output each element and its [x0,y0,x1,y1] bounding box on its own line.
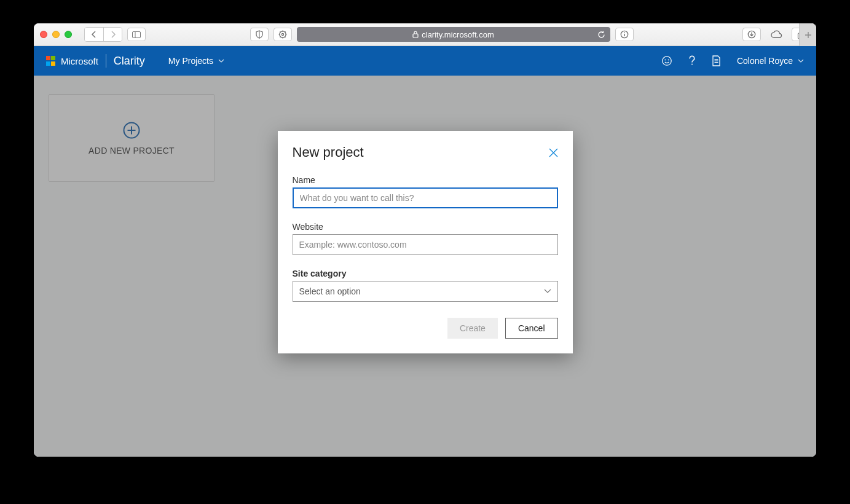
header-right: Colonel Royce [661,55,804,66]
feedback-button[interactable] [661,55,672,66]
close-icon [549,148,558,157]
history-nav [84,27,122,42]
svg-point-19 [664,60,666,61]
name-label: Name [293,175,558,185]
app-header: Microsoft Clarity My Projects Colonel Ro… [34,46,816,76]
svg-rect-15 [624,34,624,36]
cloud-icon [770,30,782,39]
privacy-report-button[interactable] [615,28,634,41]
brand-product: Clarity [114,55,145,68]
address-toolbar: clarity.microsoft.com [151,27,733,42]
name-field: Name [293,175,558,208]
url-text: clarity.microsoft.com [422,30,494,39]
shield-icon [255,30,264,39]
question-icon [688,55,696,66]
nav-label: My Projects [168,56,213,66]
address-bar[interactable]: clarity.microsoft.com [297,27,610,42]
svg-point-14 [624,32,625,33]
gear-icon [278,30,287,39]
modal-header: New project [293,144,558,160]
brand-company: Microsoft [61,56,98,66]
brand[interactable]: Microsoft Clarity [46,54,145,68]
info-icon [620,30,629,39]
svg-point-21 [691,64,693,65]
microsoft-logo-icon [46,56,56,66]
document-icon [712,55,721,66]
download-icon [747,30,756,39]
sidebar-icon [132,31,141,38]
docs-button[interactable] [712,55,721,66]
chevron-right-icon [110,31,116,38]
cancel-button[interactable]: Cancel [505,318,558,339]
brand-separator [106,54,106,68]
forward-button[interactable] [103,28,122,41]
smiley-icon [661,55,672,66]
website-input[interactable] [293,234,558,255]
website-field: Website [293,222,558,255]
chevron-down-icon [798,59,804,63]
reload-icon[interactable] [597,31,605,39]
browser-titlebar: clarity.microsoft.com [34,23,816,46]
svg-point-18 [663,57,671,65]
name-input[interactable] [293,187,558,208]
lock-icon [412,31,419,38]
category-field: Site category Select an option [293,269,558,302]
new-project-modal: New project Name Website Site category S… [278,131,573,353]
svg-point-3 [281,33,283,35]
app-body: ADD NEW PROJECT New project Name Website… [34,76,816,457]
user-menu[interactable]: Colonel Royce [737,56,804,66]
category-select[interactable]: Select an option [293,281,558,302]
modal-title: New project [293,144,364,160]
user-name: Colonel Royce [737,56,793,66]
modal-actions: Create Cancel [293,318,558,339]
website-label: Website [293,222,558,232]
sidebar-toggle-button[interactable] [127,28,146,41]
svg-point-20 [668,60,669,61]
chevron-down-icon [218,59,224,63]
close-window-button[interactable] [40,31,47,38]
shield-button[interactable] [250,28,269,41]
chevron-left-icon [91,31,97,38]
category-placeholder: Select an option [299,286,361,296]
create-button[interactable]: Create [447,318,498,339]
icloud-button[interactable] [767,28,785,41]
minimize-window-button[interactable] [52,31,60,38]
svg-rect-0 [133,31,141,37]
back-button[interactable] [85,28,103,41]
help-button[interactable] [688,55,696,66]
new-tab-button[interactable] [799,23,816,46]
svg-rect-12 [413,34,418,37]
browser-window: clarity.microsoft.com [34,23,816,457]
close-modal-button[interactable] [549,148,558,157]
category-label: Site category [293,269,558,278]
downloads-button[interactable] [742,28,761,41]
window-controls [40,31,72,38]
site-settings-button[interactable] [273,28,292,41]
chevron-down-icon [544,289,551,294]
plus-icon [805,31,812,39]
maximize-window-button[interactable] [65,31,72,38]
my-projects-dropdown[interactable]: My Projects [168,56,224,66]
